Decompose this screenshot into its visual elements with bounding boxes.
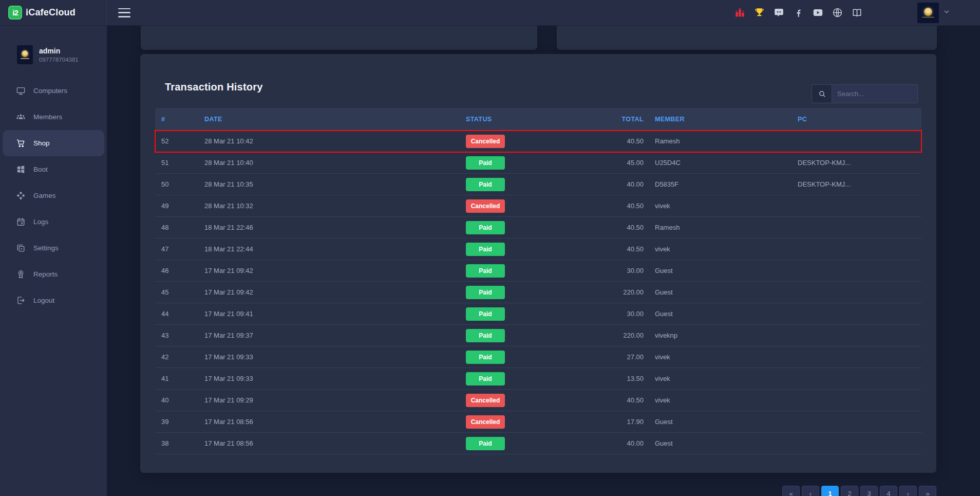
column-header-member: MEMBER [644, 116, 786, 123]
table-row[interactable]: 4217 Mar 21 09:33Paid27.00vivek [155, 346, 921, 368]
sidebar-item-shop[interactable]: Shop [3, 130, 104, 156]
row-date: 18 Mar 21 22:44 [204, 245, 466, 253]
status-badge: Paid [466, 307, 505, 321]
globe-icon[interactable] [830, 6, 844, 20]
first-page-button[interactable]: « [782, 486, 800, 496]
row-total: 40.50 [591, 245, 644, 253]
table-row[interactable]: 5128 Mar 21 10:40Paid45.00U25D4CDESKTOP-… [155, 152, 921, 174]
page-button-1[interactable]: 1 [821, 486, 839, 496]
guide-book-icon[interactable] [850, 6, 864, 20]
row-date: 28 Mar 21 10:42 [204, 137, 466, 145]
sidebar-item-computers[interactable]: Computers [3, 78, 104, 104]
row-total: 30.00 [591, 310, 644, 318]
row-total: 30.00 [591, 267, 644, 274]
sidebar-item-reports[interactable]: Reports [3, 261, 104, 287]
sidebar-item-label: Logs [33, 218, 48, 226]
status-badge: Paid [466, 329, 505, 342]
row-status: Paid [466, 178, 591, 191]
status-badge: Paid [466, 437, 505, 450]
table-row[interactable]: 4517 Mar 21 09:42Paid220.00Guest [155, 282, 921, 303]
row-id: 46 [155, 267, 204, 274]
app-logo[interactable]: i2 iCafeCloud [8, 6, 76, 20]
row-id: 51 [155, 159, 204, 167]
user-avatar[interactable] [917, 3, 939, 23]
table-body: 5228 Mar 21 10:42Cancelled40.50Ramesh512… [155, 131, 921, 454]
page-button-3[interactable]: 3 [860, 486, 878, 496]
app-title: iCafeCloud [26, 7, 76, 18]
discord-icon[interactable] [771, 6, 786, 20]
transactions-table: #DATESTATUSTOTALMEMBERPC 5228 Mar 21 10:… [155, 108, 921, 454]
status-badge: Paid [466, 243, 505, 256]
search-button[interactable] [812, 84, 832, 103]
row-status: Paid [466, 264, 591, 278]
sidebar-item-logout[interactable]: Logout [3, 287, 104, 314]
page-button-2[interactable]: 2 [841, 486, 858, 496]
row-status: Paid [466, 351, 591, 364]
sidebar-item-logs[interactable]: Logs [3, 209, 104, 235]
prev-page-button[interactable]: ‹ [802, 486, 819, 496]
row-pc: DESKTOP-KMJ... [786, 159, 921, 167]
avatar-emblem [22, 50, 28, 57]
row-total: 13.50 [591, 375, 644, 382]
row-member: Guest [644, 418, 786, 426]
avatar-emblem [924, 8, 932, 16]
sidebar-item-label: Settings [33, 244, 59, 252]
sidebar-item-label: Computers [33, 87, 67, 95]
rankings-icon[interactable] [732, 6, 747, 20]
row-date: 17 Mar 21 08:56 [204, 418, 466, 426]
status-badge: Paid [466, 286, 505, 299]
table-row[interactable]: 5028 Mar 21 10:35Paid40.00D5835FDESKTOP-… [155, 174, 921, 195]
admin-avatar[interactable] [17, 45, 33, 64]
row-id: 40 [155, 396, 204, 404]
row-status: Paid [466, 307, 591, 321]
transaction-history-panel: Transaction History #DATESTATUSTOTALMEMB… [140, 54, 936, 473]
row-member: Guest [644, 310, 786, 318]
sidebar-item-members[interactable]: Members [3, 104, 104, 130]
table-row[interactable]: 4928 Mar 21 10:32Cancelled40.50vivek [155, 195, 921, 217]
row-status: Cancelled [466, 394, 591, 407]
table-row[interactable]: 4317 Mar 21 09:37Paid220.00viveknp [155, 325, 921, 346]
table-row[interactable]: 4818 Mar 21 22:46Paid40.50Ramesh [155, 217, 921, 238]
admin-phone: 097778704381 [39, 57, 79, 63]
settings-icon [16, 243, 26, 253]
column-header-date: DATE [204, 116, 466, 123]
table-row[interactable]: 4017 Mar 21 09:29Cancelled40.50vivek [155, 390, 921, 411]
row-member: viveknp [644, 332, 786, 339]
row-status: Paid [466, 156, 591, 170]
row-id: 44 [155, 310, 204, 318]
row-id: 48 [155, 224, 204, 231]
row-date: 18 Mar 21 22:46 [204, 224, 466, 231]
status-badge: Paid [466, 351, 505, 364]
column-header-pc: PC [786, 116, 921, 123]
row-date: 28 Mar 21 10:40 [204, 159, 466, 167]
page-button-4[interactable]: 4 [880, 486, 897, 496]
row-id: 47 [155, 245, 204, 253]
facebook-icon[interactable] [791, 6, 805, 20]
row-status: Paid [466, 437, 591, 450]
row-date: 17 Mar 21 08:56 [204, 439, 466, 447]
table-row[interactable]: 4117 Mar 21 09:33Paid13.50vivek [155, 368, 921, 390]
trophy-icon[interactable] [752, 6, 766, 20]
table-row[interactable]: 4417 Mar 21 09:41Paid30.00Guest [155, 303, 921, 325]
table-row[interactable]: 4617 Mar 21 09:42Paid30.00Guest [155, 260, 921, 282]
table-row[interactable]: 4718 Mar 21 22:44Paid40.50vivek [155, 238, 921, 260]
table-row[interactable]: 3817 Mar 21 08:56Paid40.00Guest [155, 433, 921, 454]
next-page-button[interactable]: › [899, 486, 917, 496]
row-date: 17 Mar 21 09:37 [204, 332, 466, 339]
sidebar-nav: ComputersMembersShopBootGamesLogsSetting… [0, 78, 107, 314]
windows-icon [16, 164, 26, 174]
sidebar-item-games[interactable]: Games [3, 182, 104, 209]
sidebar-item-settings[interactable]: Settings [3, 235, 104, 261]
table-row[interactable]: 3917 Mar 21 08:56Cancelled17.90Guest [155, 411, 921, 433]
column-header-num: # [155, 116, 204, 123]
row-date: 17 Mar 21 09:41 [204, 310, 466, 318]
row-status: Paid [466, 372, 591, 385]
youtube-icon[interactable] [811, 6, 825, 20]
search-input[interactable] [832, 84, 918, 103]
chevron-down-icon[interactable] [943, 8, 950, 17]
menu-toggle-icon[interactable] [118, 8, 130, 17]
last-page-button[interactable]: » [919, 486, 936, 496]
sidebar-item-boot[interactable]: Boot [3, 156, 104, 182]
table-row[interactable]: 5228 Mar 21 10:42Cancelled40.50Ramesh [155, 131, 921, 152]
row-member: Ramesh [644, 137, 786, 145]
